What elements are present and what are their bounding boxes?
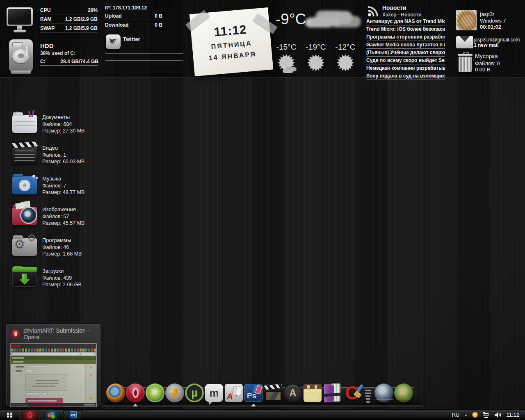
dock-media-player-icon[interactable] [263, 382, 283, 404]
folder-files: Файлов: 7 [42, 183, 84, 189]
hdd-widget: HDD 38% used of C: C: 28.4 GB/74.4 GB [40, 42, 98, 68]
dock-zuma-icon[interactable]: ZUMA [394, 382, 413, 404]
dock-download-manager-icon[interactable] [165, 382, 185, 404]
start-button[interactable] [0, 410, 19, 420]
running-indicator [133, 404, 138, 406]
folder-music[interactable]: Музыка Файлов: 7 Размер: 48.77 MB [11, 172, 105, 198]
swap-row: SWAP 1.2 GB/5.9 GB [40, 25, 98, 32]
hdd-title: HDD [40, 42, 98, 49]
folder-size: Размер: 2.06 GB [42, 282, 82, 288]
start-icon [7, 413, 12, 418]
antivirus-tray-icon[interactable] [472, 412, 478, 418]
thumb-titlebar [11, 344, 96, 348]
note-weekday: ПЯТНИЦА [211, 40, 252, 51]
hdd-drive-row: C: 28.4 GB/74.4 GB [40, 59, 98, 66]
news-item[interactable]: Gawker Media снова путается в парол... [366, 41, 445, 49]
taskbar-photoshop-button[interactable]: Ps [63, 410, 83, 420]
programs-folder-shape: ⚙ ⚙ [12, 238, 37, 256]
network-tray-icon[interactable] [483, 412, 490, 418]
news-item[interactable]: (Пьяные) Учёные делают сверхпров... [366, 49, 445, 57]
movie-frame [266, 392, 281, 400]
dock-books-icon[interactable] [322, 382, 342, 404]
folder-text: Загрузки Файлов: 439 Размер: 2.06 GB [42, 268, 82, 288]
acrobat-glyph: A [227, 392, 233, 401]
news-item[interactable]: Trend Micro: iOS более безопасна, че... [366, 26, 445, 33]
news-item[interactable]: Антивирус для NAS от Trend Micro [366, 18, 445, 25]
monitor-screen-inner [8, 9, 31, 25]
clapperboard-shape [264, 384, 282, 402]
sidebar-bullet [90, 374, 92, 376]
forecast-temp-3: -12°C [336, 43, 356, 52]
notebook-lines [14, 118, 35, 131]
acrobat-card: A [225, 384, 243, 402]
trash-lid [458, 54, 472, 56]
twitter-icon[interactable] [106, 34, 121, 49]
dock-firefox-icon[interactable] [106, 382, 126, 404]
upload-label: Upload [105, 13, 122, 19]
folder-pictures[interactable]: Изображения Файлов: 57 Размер: 45.57 MB [11, 203, 105, 228]
folder-text: Изображения Файлов: 57 Размер: 45.57 MB [42, 206, 84, 227]
twitter-title: Twitter [123, 36, 140, 42]
dock-counterstrike-icon[interactable]: COUNTERSTRIKE [374, 382, 394, 404]
taskbar-cubes-app-button[interactable] [41, 410, 61, 420]
taskbar-opera-button[interactable] [20, 410, 40, 420]
downloads-flap [12, 267, 37, 272]
language-indicator[interactable]: RU [452, 412, 460, 418]
folder-size: Размер: 45.57 MB [42, 220, 84, 226]
mail-address: jasp3r.m@gmail.com [474, 37, 520, 43]
folder-videos[interactable]: Видео Файлов: 1 Размер: 60.03 MB [11, 142, 105, 167]
videos-folder-icon [12, 142, 38, 164]
opera-window-preview[interactable]: deviantART: Submission - Opera [6, 324, 100, 406]
firefox-globe [106, 383, 125, 402]
dock-miranda-icon[interactable]: m [204, 382, 224, 404]
news-item[interactable]: Немецкая компания разрабатывает... [366, 65, 445, 72]
trash-icon[interactable] [458, 54, 472, 73]
news-item[interactable]: Программы сторонних разработчико... [366, 34, 445, 41]
counterstrike-label: COUNTERSTRIKE [374, 398, 394, 401]
pen-icon [28, 111, 31, 117]
aimp-glyph: A [289, 387, 296, 399]
news-item[interactable]: Sony подала в суд на взломщиков Pl... [366, 73, 445, 80]
ipod-icon [19, 180, 30, 191]
dock-opera-icon[interactable] [126, 382, 145, 404]
download-value: 0 B [155, 22, 162, 28]
rss-icon[interactable] [368, 5, 379, 17]
photos-icon [15, 203, 25, 210]
volume-icon[interactable] [494, 412, 502, 418]
swap-value: 1.2 GB/5.9 GB [65, 25, 98, 31]
news-list: Антивирус для NAS от Trend Micro Trend M… [366, 18, 445, 80]
folder-files: Файлов: 46 [42, 244, 82, 250]
mail-icon[interactable] [456, 36, 473, 48]
thumb-tabs-row [11, 348, 96, 352]
note-date: 14 ЯНВАРЯ [208, 50, 257, 62]
music-folder-icon [12, 173, 38, 194]
folder-downloads[interactable]: Загрузки Файлов: 439 Размер: 2.06 GB [11, 265, 105, 290]
hidden-icons-arrow[interactable]: ▲ [464, 413, 468, 417]
cloud-icon [312, 16, 340, 26]
dock-photoshop-icon[interactable]: Ps [244, 382, 263, 404]
scissors-icon: ✂ [12, 108, 20, 117]
dock-acrobat-icon[interactable]: A [224, 382, 244, 404]
forecast-temp-2: -19°C [306, 43, 326, 52]
news-item[interactable]: Судя по всему скоро выйдет Service... [366, 57, 445, 64]
folder-title: Программы [42, 237, 82, 243]
dock-ccleaner-icon[interactable]: C [342, 382, 362, 404]
opera-icon [11, 329, 20, 338]
dock-utorrent-icon[interactable]: µ [185, 382, 204, 404]
folder-title: Загрузки [42, 268, 82, 274]
pictures-folder-icon [12, 204, 38, 225]
monitor-shape [484, 413, 488, 416]
rss-dot [368, 13, 371, 16]
thumb-site-header [11, 356, 96, 360]
dock-aimp-icon[interactable]: A [283, 382, 303, 404]
folder-size: Размер: 48.77 MB [42, 189, 84, 195]
taskbar-clock[interactable]: 11:12 [506, 412, 519, 418]
opera-preview-title: deviantART: Submission - Opera [23, 327, 100, 340]
videos-folder-shape [12, 146, 37, 164]
download-label: Download [105, 22, 128, 28]
dock-notes-icon[interactable] [303, 382, 322, 404]
documents-folder-shape: ✂ [12, 115, 37, 133]
folder-documents[interactable]: ✂ Документы Файлов: 684 Размер: 27.30 MB [11, 111, 105, 136]
folder-programs[interactable]: ⚙ ⚙ Программы Файлов: 46 Размер: 1.68 MB [11, 234, 105, 259]
dock-limewire-icon[interactable] [145, 382, 165, 404]
